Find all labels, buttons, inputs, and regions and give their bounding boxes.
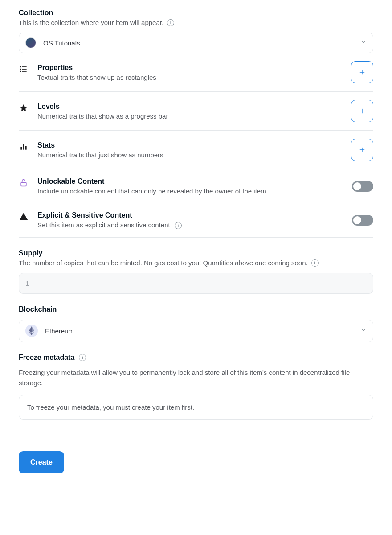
stats-title: Stats	[37, 141, 163, 149]
stats-row: Stats Numerical traits that just show as…	[19, 131, 373, 169]
chevron-down-icon	[360, 39, 367, 47]
levels-desc: Numerical traits that show as a progress…	[37, 112, 168, 120]
stats-desc: Numerical traits that just show as numbe…	[37, 151, 163, 159]
blockchain-select[interactable]: Ethereum	[19, 320, 373, 342]
svg-point-4	[20, 70, 21, 72]
properties-row: Properties Textual traits that show up a…	[19, 53, 373, 92]
properties-title: Properties	[37, 64, 156, 72]
svg-point-0	[20, 66, 21, 67]
blockchain-section: Blockchain Ethereum	[19, 305, 373, 342]
freeze-desc: Freezing your metadata will allow you to…	[19, 368, 373, 388]
supply-desc: The number of copies that can be minted.…	[19, 259, 308, 267]
divider	[19, 433, 373, 433]
supply-input	[19, 273, 373, 294]
supply-desc-row: The number of copies that can be minted.…	[19, 259, 373, 267]
add-stats-button[interactable]	[351, 139, 373, 161]
supply-section: Supply The number of copies that can be …	[19, 249, 373, 294]
unlockable-row: Unlockable Content Include unlockable co…	[19, 169, 373, 203]
collection-avatar	[25, 37, 36, 48]
chevron-down-icon	[360, 327, 367, 335]
unlockable-desc: Include unlockable content that can only…	[37, 187, 268, 195]
collection-selected-text: OS Tutorials	[43, 39, 80, 47]
collection-select[interactable]: OS Tutorials	[19, 33, 373, 53]
add-properties-button[interactable]	[351, 61, 373, 83]
svg-rect-3	[22, 69, 27, 70]
freeze-label: Freeze metadata	[19, 354, 74, 362]
toggle-knob	[353, 216, 361, 224]
info-icon[interactable]: i	[175, 222, 182, 229]
freeze-section: Freeze metadata i Freezing your metadata…	[19, 354, 373, 420]
explicit-title: Explicit & Sensitive Content	[37, 211, 182, 219]
toggle-knob	[353, 182, 361, 190]
blockchain-label: Blockchain	[19, 305, 373, 313]
star-icon	[19, 103, 29, 112]
add-levels-button[interactable]	[351, 100, 373, 122]
unlockable-toggle[interactable]	[352, 181, 373, 192]
info-icon[interactable]: i	[311, 259, 318, 267]
info-icon[interactable]: i	[79, 354, 86, 361]
collection-label: Collection	[19, 9, 373, 17]
blockchain-selected-text: Ethereum	[45, 327, 74, 335]
explicit-toggle[interactable]	[352, 215, 373, 226]
svg-rect-11	[23, 144, 24, 150]
svg-rect-1	[22, 66, 27, 67]
freeze-info-box: To freeze your metadata, you must create…	[19, 395, 373, 420]
bar-chart-icon	[19, 141, 29, 151]
properties-desc: Textual traits that show up as rectangle…	[37, 74, 156, 81]
explicit-desc-row: Set this item as explicit and sensitive …	[37, 221, 182, 229]
info-icon[interactable]: i	[167, 19, 174, 26]
collection-section: Collection This is the collection where …	[19, 9, 373, 53]
svg-rect-10	[20, 147, 22, 150]
levels-row: Levels Numerical traits that show as a p…	[19, 92, 373, 131]
supply-label: Supply	[19, 249, 373, 257]
svg-point-2	[20, 68, 21, 70]
collection-desc: This is the collection where your item w…	[19, 19, 163, 26]
svg-rect-15	[21, 182, 26, 186]
list-icon	[19, 64, 29, 74]
create-button[interactable]: Create	[19, 451, 64, 473]
collection-desc-row: This is the collection where your item w…	[19, 19, 373, 26]
collection-select-left: OS Tutorials	[25, 37, 80, 48]
unlockable-title: Unlockable Content	[37, 177, 268, 185]
levels-title: Levels	[37, 103, 168, 111]
ethereum-icon	[25, 325, 38, 337]
explicit-desc: Set this item as explicit and sensitive …	[37, 221, 170, 229]
svg-rect-12	[25, 146, 26, 149]
lock-open-icon	[19, 177, 29, 187]
explicit-row: Explicit & Sensitive Content Set this it…	[19, 203, 373, 238]
svg-rect-5	[22, 71, 27, 72]
warning-icon	[19, 211, 29, 221]
